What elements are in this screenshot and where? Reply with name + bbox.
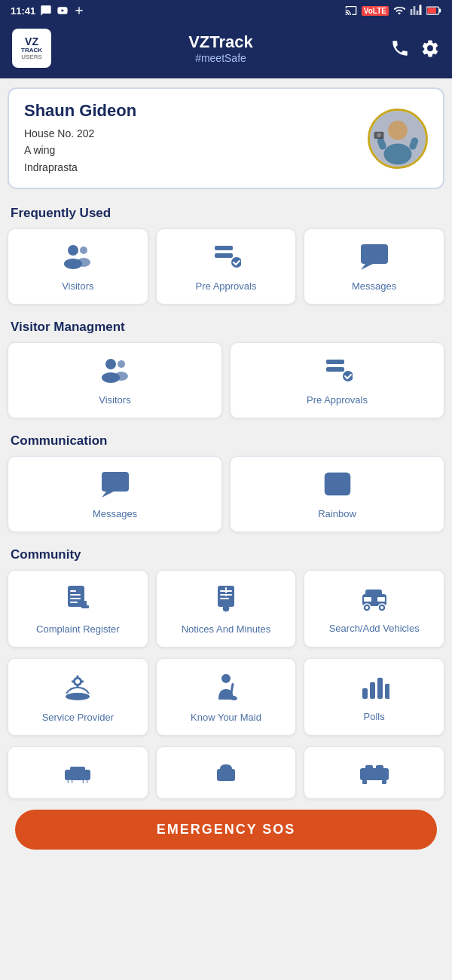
tile-know-your-maid-label: Know Your Maid — [191, 712, 261, 724]
svg-point-25 — [343, 371, 353, 381]
tile-complaint-register[interactable]: Complaint Register — [8, 570, 148, 648]
svg-marker-18 — [361, 264, 373, 270]
svg-rect-64 — [377, 678, 383, 699]
polls-icon — [359, 673, 389, 703]
tile-messages-freq[interactable]: Messages — [304, 228, 444, 305]
battery-status-icon — [426, 5, 441, 16]
svg-rect-34 — [70, 602, 78, 603]
svg-rect-30 — [68, 586, 84, 607]
bottom-icon-1 — [64, 765, 91, 783]
user-address-line3: Indraprasta — [24, 159, 136, 176]
svg-point-54 — [75, 679, 80, 684]
frequently-used-grid: Visitors Pre Approvals Messages — [0, 225, 452, 312]
svg-rect-65 — [385, 684, 389, 699]
user-name: Shaun Gideon — [24, 101, 136, 121]
app-title: VZTrack — [188, 32, 253, 52]
svg-rect-33 — [70, 598, 81, 599]
svg-rect-2 — [427, 8, 436, 14]
tile-notices-minutes-label: Notices And Minutes — [182, 623, 271, 636]
notices-icon — [212, 584, 240, 616]
user-address-line2: A wing — [24, 142, 136, 158]
bottom-icon-2 — [212, 763, 240, 786]
svg-rect-31 — [70, 590, 76, 592]
tile-bottom-2[interactable] — [156, 746, 297, 799]
tile-search-vehicles[interactable]: Search/Add Vehicles — [304, 570, 444, 648]
visitor-management-label: Visitor Managment — [0, 312, 452, 339]
tile-visitors-freq-label: Visitors — [62, 280, 93, 293]
header-center: VZTrack #meetSafe — [188, 32, 253, 64]
cast-status-icon — [345, 5, 357, 17]
svg-rect-72 — [365, 765, 373, 771]
svg-marker-27 — [102, 492, 114, 498]
complaint-icon — [63, 584, 92, 616]
svg-rect-17 — [361, 244, 388, 264]
plus-status-icon — [73, 5, 85, 17]
svg-point-11 — [80, 247, 87, 254]
tile-messages-comm[interactable]: Messages — [8, 456, 222, 532]
tile-bottom-3[interactable] — [304, 746, 444, 799]
svg-rect-70 — [217, 769, 235, 781]
svg-rect-23 — [326, 360, 344, 364]
app-subtitle: #meetSafe — [188, 52, 253, 64]
settings-icon[interactable] — [420, 38, 440, 58]
svg-point-22 — [115, 372, 128, 381]
tile-bottom-1[interactable] — [8, 746, 148, 799]
community-label: Community — [0, 540, 452, 567]
tile-notices-minutes[interactable]: Notices And Minutes — [156, 570, 297, 648]
logo-users: USERS — [21, 54, 42, 61]
svg-rect-63 — [370, 682, 375, 699]
preapprovals-icon — [211, 243, 241, 273]
tile-search-vehicles-label: Search/Add Vehicles — [329, 623, 420, 635]
frequently-used-label: Frequently Used — [0, 198, 452, 225]
svg-rect-73 — [376, 765, 383, 771]
svg-rect-36 — [81, 605, 89, 608]
svg-rect-15 — [215, 253, 233, 258]
message-status-icon — [40, 5, 52, 17]
tile-know-your-maid[interactable]: Know Your Maid — [156, 658, 297, 736]
svg-point-68 — [68, 779, 72, 783]
community-row2-grid: Service Provider Know Your Maid — [0, 655, 452, 743]
svg-point-13 — [77, 258, 90, 267]
tile-rainbow-comm-label: Rainbow — [318, 508, 356, 521]
svg-rect-57 — [72, 680, 75, 682]
svg-point-48 — [365, 606, 368, 609]
phone-icon[interactable] — [390, 38, 410, 58]
tile-preapprovals-vm[interactable]: Pre Approvals — [230, 342, 444, 418]
preapprovals-vm-icon — [322, 357, 353, 387]
bottom-partial-row — [0, 743, 452, 802]
svg-rect-45 — [365, 590, 382, 597]
svg-rect-24 — [326, 367, 344, 372]
tile-polls[interactable]: Polls — [304, 658, 444, 736]
svg-rect-74 — [362, 780, 367, 784]
maid-icon — [211, 672, 241, 704]
tile-polls-label: Polls — [364, 711, 385, 724]
community-row1-grid: Complaint Register Notices And Minutes — [0, 567, 452, 655]
user-info: Shaun Gideon House No. 202 A wing Indrap… — [24, 101, 136, 176]
tile-rainbow-comm[interactable]: R Rainbow — [230, 456, 444, 532]
app-logo: VZ TRACK USERS — [12, 29, 51, 68]
tile-messages-freq-label: Messages — [352, 280, 396, 293]
visitors-vm-icon — [100, 357, 130, 387]
svg-rect-56 — [77, 684, 79, 688]
tile-visitors-vm[interactable]: Visitors — [8, 342, 222, 418]
svg-point-5 — [384, 143, 412, 164]
rainbow-icon: R — [322, 470, 353, 501]
svg-rect-50 — [364, 597, 371, 602]
svg-rect-62 — [362, 688, 368, 699]
svg-rect-55 — [77, 675, 79, 678]
tile-preapprovals-freq[interactable]: Pre Approvals — [156, 228, 297, 305]
svg-point-16 — [231, 257, 241, 268]
tile-service-provider[interactable]: Service Provider — [8, 658, 148, 736]
svg-rect-58 — [81, 680, 84, 682]
svg-point-4 — [388, 121, 408, 140]
visitor-management-grid: Visitors Pre Approvals — [0, 339, 452, 426]
tile-visitors-freq[interactable]: Visitors — [8, 228, 148, 305]
wifi-status-icon — [393, 5, 405, 17]
svg-rect-14 — [215, 246, 233, 250]
svg-text:R: R — [331, 476, 343, 493]
svg-rect-67 — [70, 767, 85, 773]
tile-service-provider-label: Service Provider — [42, 712, 114, 724]
user-card: Shaun Gideon House No. 202 A wing Indrap… — [8, 87, 444, 189]
emergency-sos-button[interactable]: EMERGENCY SOS — [15, 810, 437, 850]
communication-grid: Messages R Rainbow — [0, 453, 452, 540]
